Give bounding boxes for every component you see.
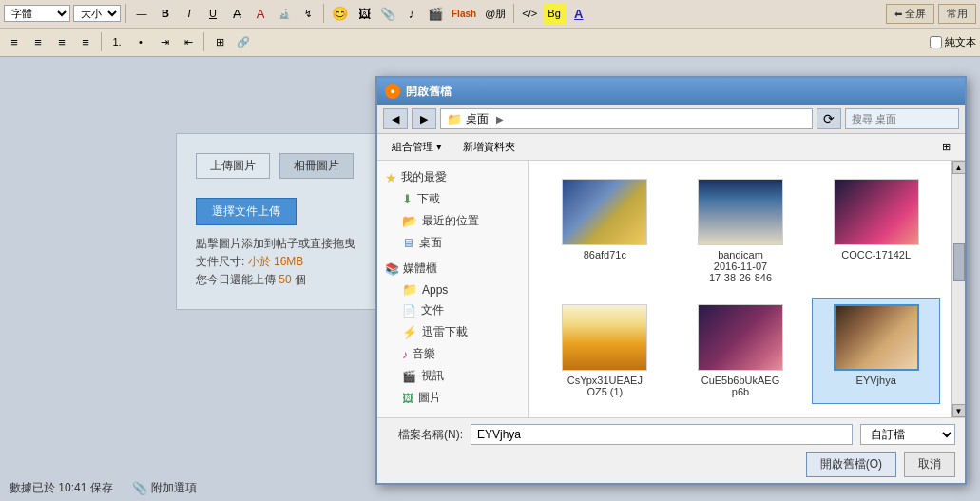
color-button[interactable]: A <box>250 3 271 24</box>
file-name-cue5b: CuE5b6bUkAEG p6b <box>701 375 780 397</box>
tree-item-desktop[interactable]: 🖥 桌面 <box>377 232 528 254</box>
dialog-title-icon: ● <box>385 84 400 99</box>
scrollbar-up-button[interactable]: ▲ <box>952 161 966 174</box>
filename-row: 檔案名稱(N): 自訂檔 <box>387 424 955 445</box>
music-label: 音樂 <box>413 346 435 362</box>
open-file-button[interactable]: 開啟舊檔(O) <box>806 452 896 477</box>
album-image-tab[interactable]: 相冊圖片 <box>279 153 354 179</box>
tree-item-video[interactable]: 🎬 視訊 <box>377 365 528 387</box>
plain-text-checkbox[interactable] <box>930 36 942 48</box>
nav-forward-button[interactable]: ▶ <box>412 108 436 129</box>
tree-item-download[interactable]: ⬇ 下載 <box>377 188 528 210</box>
media-label: 媒體櫃 <box>403 260 437 277</box>
tree-item-image[interactable]: 🖼 圖片 <box>377 387 528 409</box>
tree-item-recent[interactable]: 📂 最近的位置 <box>377 210 528 232</box>
file-name-bandicam: bandicam 2016-11-07 17-38-26-846 <box>709 249 772 283</box>
folder-tree: ★ 我的最愛 ⬇ 下載 📂 最近的位置 🖥 桌面 <box>377 161 529 417</box>
strikethrough-button[interactable]: A̶ <box>226 3 247 24</box>
sep4 <box>101 32 102 51</box>
folder-icon: 📁 <box>447 112 462 126</box>
file-item-storm2[interactable] <box>677 412 805 417</box>
table-btn[interactable]: ⊞ <box>209 31 230 52</box>
align-justify-btn[interactable]: ≡ <box>75 31 96 52</box>
video-label: 視訊 <box>421 368 444 384</box>
media-header[interactable]: 📚 媒體櫃 <box>377 258 528 279</box>
filename-input[interactable] <box>471 424 853 445</box>
sep1 <box>125 4 126 23</box>
font-family-select[interactable]: 字體 <box>4 5 70 22</box>
code-button[interactable]: </> <box>519 3 540 24</box>
link-btn[interactable]: 🔗 <box>233 31 254 52</box>
at-friend-button[interactable]: @朋 <box>482 3 509 24</box>
font-color-btn2[interactable]: A <box>568 3 589 24</box>
highlight-button[interactable]: 🔬 <box>274 3 295 24</box>
cancel-button[interactable]: 取消 <box>904 452 955 477</box>
ordered-list-btn[interactable]: 1. <box>106 31 127 52</box>
file-item-bandicam[interactable]: bandicam 2016-11-07 17-38-26-846 <box>677 172 805 290</box>
file-thumb-bandicam <box>698 179 783 245</box>
tree-item-docs[interactable]: 📄 文件 <box>377 299 528 321</box>
save-status-text: 數據已於 10:41 保存 <box>10 480 113 496</box>
misc-btn1[interactable]: ↯ <box>298 3 318 24</box>
attach-button[interactable]: 📎 <box>377 3 398 24</box>
indent-btn[interactable]: ⇥ <box>154 31 175 52</box>
fullscreen-button[interactable]: ⬅ 全屏 <box>886 4 934 24</box>
scrollbar-down-button[interactable]: ▼ <box>952 404 966 417</box>
align-center-btn[interactable]: ≡ <box>28 31 48 52</box>
file-item-csypx[interactable]: CsYpx31UEAEJ OZ5 (1) <box>541 298 669 404</box>
scrollbar-track[interactable] <box>952 174 966 404</box>
file-item-86afd71c[interactable]: 86afd71c <box>541 172 669 290</box>
file-name-cocc: COCC-17142L <box>841 249 911 260</box>
filetype-select[interactable]: 自訂檔 <box>860 424 955 445</box>
file-thumb-csypx <box>562 304 647 371</box>
video-button[interactable]: 🎬 <box>425 3 446 24</box>
file-item-cocc[interactable]: COCC-17142L <box>812 172 940 290</box>
align-left-btn[interactable]: ≡ <box>4 31 25 52</box>
upload-image-tab[interactable]: 上傳圖片 <box>196 153 270 179</box>
file-item-storm3[interactable] <box>812 412 940 417</box>
vertical-scrollbar[interactable]: ▲ ▼ <box>951 161 965 417</box>
organize-button[interactable]: 組合管理 ▾ <box>383 137 451 157</box>
font-size-select[interactable]: 大小 <box>73 5 121 22</box>
file-open-dialog: ● 開啟舊檔 ◀ ▶ 📁 桌面 ▶ ⟳ 組合管理 ▾ 新增資料夾 ⊞ <box>375 76 967 485</box>
recent-label: 最近的位置 <box>422 213 479 229</box>
path-text: 桌面 <box>466 111 489 127</box>
bold-button[interactable]: — <box>131 3 152 24</box>
tree-item-apps[interactable]: 📁 Apps <box>377 279 528 299</box>
search-input[interactable] <box>845 108 959 129</box>
tree-item-music[interactable]: ♪ 音樂 <box>377 343 528 365</box>
path-combo[interactable]: 📁 桌面 ▶ <box>440 108 813 129</box>
italic-button[interactable]: I <box>179 3 200 24</box>
file-item-eyvjhya[interactable]: EYVjhya <box>812 298 940 404</box>
scrollbar-thumb[interactable] <box>953 243 965 281</box>
file-item-storm1[interactable] <box>541 412 669 417</box>
music-icon: ♪ <box>402 348 408 361</box>
new-folder-button[interactable]: 新增資料夾 <box>454 137 524 157</box>
bg-color-button[interactable]: Bg <box>543 3 565 24</box>
attach-options-button[interactable]: 📎 附加選項 <box>132 480 197 496</box>
align-right-btn[interactable]: ≡ <box>51 31 72 52</box>
flash-button[interactable]: Flash <box>449 3 479 24</box>
upload-tabs: 上傳圖片 相冊圖片 <box>196 153 354 179</box>
toolbar-row2: ≡ ≡ ≡ ≡ 1. • ⇥ ⇤ ⊞ 🔗 純文本 <box>0 29 980 56</box>
select-file-button[interactable]: 選擇文件上傳 <box>196 198 297 225</box>
docs-label: 文件 <box>421 302 444 318</box>
favorites-header[interactable]: ★ 我的最愛 <box>377 166 528 188</box>
nav-refresh-button[interactable]: ⟳ <box>817 108 841 129</box>
file-thumb-86afd71c <box>562 179 647 245</box>
unordered-list-btn[interactable]: • <box>130 31 151 52</box>
music-button[interactable]: ♪ <box>401 3 422 24</box>
normal-button[interactable]: 常用 <box>938 4 976 24</box>
file-item-cue5b[interactable]: CuE5b6bUkAEG p6b <box>677 298 805 404</box>
swift-download-label: 迅雷下載 <box>422 324 468 340</box>
bold-button2[interactable]: B <box>155 3 176 24</box>
emoji-button[interactable]: 😊 <box>329 3 351 24</box>
file-grid-container[interactable]: 86afd71c bandicam 2016-11-07 17-38-26-84… <box>529 161 951 417</box>
outdent-btn[interactable]: ⇤ <box>178 31 199 52</box>
image-button[interactable]: 🖼 <box>354 3 375 24</box>
media-section: 📚 媒體櫃 📁 Apps 📄 文件 ⚡ 迅雷下載 ♪ 音樂 <box>377 258 528 409</box>
underline-button[interactable]: U <box>202 3 223 24</box>
view-button[interactable]: ⊞ <box>933 138 959 156</box>
tree-item-swift-download[interactable]: ⚡ 迅雷下載 <box>377 321 528 343</box>
nav-back-button[interactable]: ◀ <box>383 108 408 129</box>
